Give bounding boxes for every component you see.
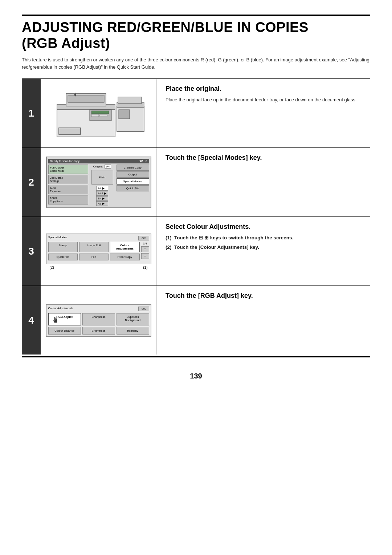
ca-title-row: Colour Adjustments OK	[48, 307, 149, 311]
quick-file-btn-sm: Quick File	[48, 254, 78, 260]
svg-rect-8	[100, 114, 107, 117]
copier-svg	[46, 86, 151, 141]
panel-screen: Ready to scan for copy. ☎ 0 Full ColourC…	[46, 157, 151, 208]
step3-labels: (2) (1)	[46, 266, 151, 270]
panel-center: OriginalA4 Plain A4 ▶ A4R ▶ B4 ▶ A3 ▶	[89, 165, 115, 206]
step-2-content: Touch the [Special Modes] key.	[157, 148, 370, 216]
intensity-btn: Intensity	[117, 327, 149, 335]
full-colour-btn: Full ColourColour Mode	[48, 165, 88, 174]
sm-nav-col: 3/4 ↑ ↓	[141, 242, 149, 259]
step-3-heading: Select Colour Adjustments.	[166, 223, 362, 231]
step-2-image: Ready to scan for copy. ☎ 0 Full ColourC…	[41, 148, 157, 216]
stamp-btn: Stamp	[48, 242, 78, 252]
page-number: 139	[22, 372, 370, 388]
step-1-content: Place the original. Place the original f…	[157, 79, 370, 147]
sm-nav-down: ↓	[141, 253, 149, 259]
step-4-row: 4 Colour Adjustments OK RGB Adjust Sharp…	[22, 285, 370, 355]
step-3-number: 3	[22, 217, 41, 285]
quick-file-btn: Quick File	[117, 185, 149, 191]
cursor-svg	[52, 316, 60, 324]
step-1-heading: Place the original.	[166, 85, 362, 93]
job-detail-btn: Job DetailSettings	[48, 175, 88, 184]
step-3-sub2: (2) Touch the [Colour Adjustments] key.	[166, 244, 362, 251]
two-sided-btn: 2-Sided Copy	[117, 165, 149, 171]
page-description: This feature is used to strengthen or we…	[22, 56, 370, 70]
step-3-content: Select Colour Adjustments. (1) Touch the…	[157, 217, 370, 285]
page-title: ADJUSTING RED/GREEN/BLUE IN COPIES (RGB …	[22, 20, 370, 51]
panel-left: Full ColourColour Mode Job DetailSetting…	[48, 165, 88, 206]
svg-rect-11	[118, 97, 142, 104]
ca-grid: RGB Adjust Sharpness SuppressBackground …	[48, 313, 149, 335]
step-2-row: 2 Ready to scan for copy. ☎ 0 Full Colou…	[22, 147, 370, 216]
svg-rect-4	[59, 128, 81, 134]
svg-rect-7	[91, 114, 99, 117]
step-4-image: Colour Adjustments OK RGB Adjust Sharpne…	[41, 286, 157, 355]
ca-screen: Colour Adjustments OK RGB Adjust Sharpne…	[46, 304, 151, 337]
step-1-image	[41, 79, 157, 147]
sm-nav-up: ↑	[141, 246, 149, 252]
ratio-btn: 100%Copy Ratio	[48, 195, 88, 204]
panel-top-bar: Ready to scan for copy. ☎ 0	[48, 159, 149, 163]
sm-ok-btn: OK	[138, 236, 149, 240]
step-2-heading: Touch the [Special Modes] key.	[166, 154, 362, 162]
special-modes-screen: Special Modes OK Stamp Image Edit Colour…	[46, 234, 151, 264]
colour-balance-btn: Colour Balance	[48, 327, 81, 335]
suppress-bg-btn: SuppressBackground	[117, 313, 149, 325]
image-edit-btn: Image Edit	[79, 242, 109, 252]
panel-right: 2-Sided Copy Output Special Modes Quick …	[117, 165, 149, 206]
step-4-content: Touch the [RGB Adjust] key.	[157, 286, 370, 355]
step-1-number: 1	[22, 79, 41, 147]
top-border	[22, 15, 370, 16]
step-4-number: 4	[22, 286, 41, 355]
proof-copy-btn: Proof Copy	[110, 254, 139, 260]
rgb-adjust-btn: RGB Adjust	[48, 313, 81, 325]
step-4-heading: Touch the [RGB Adjust] key.	[166, 292, 362, 300]
svg-rect-3	[68, 95, 104, 102]
svg-rect-6	[91, 111, 109, 114]
brightness-btn: Brightness	[82, 327, 115, 335]
sm-page-indicator: 3/4	[143, 242, 147, 245]
svg-rect-12	[119, 110, 130, 119]
sm-title-row: Special Modes OK	[48, 236, 149, 240]
auto-btn: AutoExposure	[48, 185, 88, 194]
special-modes-btn: Special Modes	[117, 178, 149, 185]
step-2-number: 2	[22, 148, 41, 216]
file-btn-sm: File	[79, 254, 109, 260]
sm-grid: Stamp Image Edit ColourAdjustments Quick…	[48, 242, 140, 260]
ca-ok-btn: OK	[138, 307, 149, 311]
output-btn: Output	[117, 171, 149, 178]
step-3-image: Special Modes OK Stamp Image Edit Colour…	[41, 217, 157, 285]
step-1-row: 1	[22, 78, 370, 147]
step-1-text: Place the original face up in the docume…	[166, 96, 362, 104]
step-3-sub1: (1) Touch the ⊟ ⊞ keys to switch through…	[166, 234, 362, 242]
colour-adj-btn: ColourAdjustments	[110, 242, 139, 252]
sharpness-btn: Sharpness	[82, 313, 115, 325]
step-3-row: 3 Special Modes OK Stamp Image Edit Colo…	[22, 216, 370, 285]
panel-main-grid: Full ColourColour Mode Job DetailSetting…	[48, 165, 149, 206]
bottom-border	[22, 356, 370, 357]
